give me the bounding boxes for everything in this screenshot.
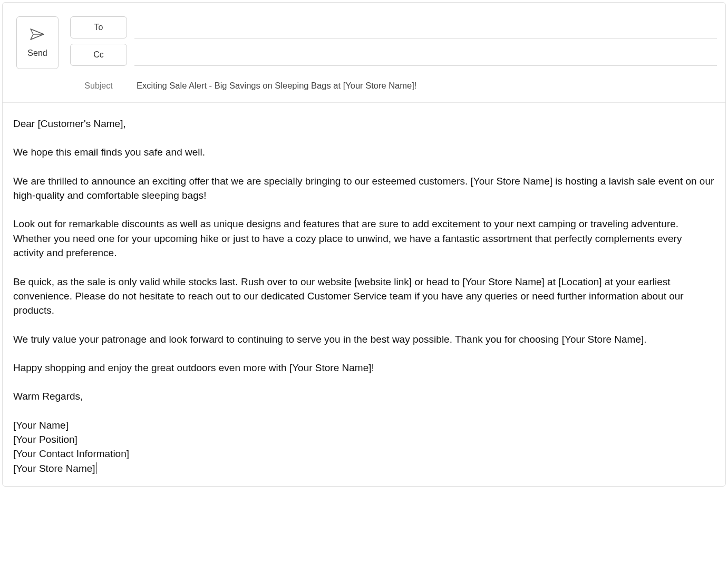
to-button[interactable]: To [70, 16, 127, 38]
send-button[interactable]: Send [16, 16, 59, 69]
compose-window: Send To Cc Subject Dear [Customer's [2, 2, 726, 487]
cc-button[interactable]: Cc [70, 44, 127, 66]
subject-input[interactable] [134, 79, 717, 93]
text-cursor [96, 462, 96, 474]
cc-input[interactable] [134, 44, 717, 66]
body-paragraph: We are thrilled to announce an exciting … [13, 174, 715, 203]
recipient-fields: To Cc Subject [70, 16, 717, 102]
subject-row: Subject [70, 71, 717, 102]
cc-row: Cc [70, 44, 717, 66]
signature-line: [Your Contact Information] [13, 447, 715, 461]
body-paragraph: We truly value your patronage and look f… [13, 332, 715, 346]
to-input[interactable] [134, 16, 717, 38]
compose-header: Send To Cc Subject [3, 3, 725, 103]
to-button-label: To [94, 23, 103, 32]
to-row: To [70, 16, 717, 38]
signature-line: [Your Store Name] [13, 461, 715, 476]
cc-button-label: Cc [93, 50, 104, 60]
send-button-label: Send [27, 49, 47, 58]
body-paragraph: Be quick, as the sale is only valid whil… [13, 275, 715, 318]
body-paragraph: Happy shopping and enjoy the great outdo… [13, 361, 715, 375]
body-paragraph: Look out for remarkable discounts as wel… [13, 217, 715, 260]
send-icon [30, 28, 45, 42]
body-greeting: Dear [Customer's Name], [13, 117, 715, 131]
email-body[interactable]: Dear [Customer's Name], We hope this ema… [3, 103, 725, 486]
signature-line: [Your Name] [13, 418, 715, 432]
subject-label: Subject [70, 81, 127, 91]
body-closing: Warm Regards, [13, 389, 715, 403]
body-paragraph: We hope this email finds you safe and we… [13, 145, 715, 159]
signature-line: [Your Position] [13, 432, 715, 447]
